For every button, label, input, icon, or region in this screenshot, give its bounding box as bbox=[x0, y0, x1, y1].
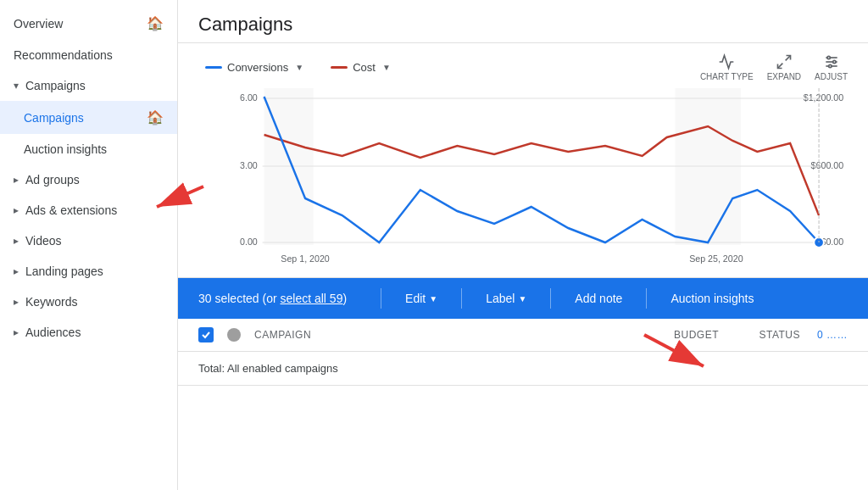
page-title: Campaigns bbox=[198, 14, 848, 36]
action-divider-1 bbox=[381, 288, 381, 309]
cost-label: Cost bbox=[353, 61, 376, 74]
chart-controls-row: Conversions ▼ Cost ▼ CHART TYPE bbox=[198, 53, 848, 81]
campaigns-expand-icon: ▾ bbox=[14, 80, 19, 92]
ad-groups-expand-icon: ▸ bbox=[14, 174, 19, 186]
svg-text:$600.00: $600.00 bbox=[811, 160, 844, 170]
edit-label: Edit bbox=[405, 292, 426, 305]
svg-line-1 bbox=[777, 64, 782, 69]
expand-label: EXPAND bbox=[767, 72, 801, 81]
extra-col-label: 0 bbox=[817, 329, 823, 341]
adjust-button[interactable]: ADJUST bbox=[815, 53, 848, 81]
main-content: Campaigns Conversions ▼ Cost ▼ bbox=[178, 0, 868, 490]
add-note-label: Add note bbox=[575, 292, 622, 305]
landing-pages-expand-icon: ▸ bbox=[14, 265, 19, 277]
chart-area: Conversions ▼ Cost ▼ CHART TYPE bbox=[178, 43, 868, 278]
selected-text: 30 selected (or bbox=[198, 292, 281, 305]
svg-text:$1,200.00: $1,200.00 bbox=[804, 92, 843, 103]
edit-button[interactable]: Edit ▼ bbox=[395, 285, 448, 312]
svg-point-6 bbox=[832, 60, 835, 63]
keywords-expand-icon: ▸ bbox=[14, 296, 19, 308]
sidebar-item-campaigns[interactable]: Campaigns 🏠 bbox=[0, 101, 177, 134]
campaigns-home-icon: 🏠 bbox=[147, 109, 164, 125]
campaign-column-header[interactable]: Campaign bbox=[254, 329, 620, 341]
checkbox-check-icon bbox=[201, 330, 211, 340]
selected-suffix: ) bbox=[342, 292, 347, 305]
ads-extensions-label: Ads & extensions bbox=[25, 203, 117, 217]
keywords-label: Keywords bbox=[25, 295, 77, 309]
landing-pages-label: Landing pages bbox=[25, 264, 103, 278]
chart-type-label: CHART TYPE bbox=[700, 72, 754, 81]
status-column-header[interactable]: Status bbox=[732, 329, 800, 341]
cost-line-icon bbox=[331, 66, 348, 69]
videos-expand-icon: ▸ bbox=[14, 235, 19, 247]
action-divider-4 bbox=[646, 288, 647, 309]
conversions-dropdown-icon[interactable]: ▼ bbox=[295, 63, 303, 72]
chart-type-button[interactable]: CHART TYPE bbox=[700, 53, 754, 81]
action-divider-3 bbox=[550, 288, 551, 309]
home-icon: 🏠 bbox=[147, 15, 164, 31]
status-indicator-header bbox=[227, 328, 241, 342]
extra-col-more[interactable]: …… bbox=[826, 329, 848, 341]
select-all-checkbox[interactable] bbox=[198, 327, 214, 342]
total-row: Total: All enabled campaigns bbox=[178, 352, 868, 386]
label-label: Label bbox=[486, 292, 515, 305]
sidebar-item-ads-extensions[interactable]: ▸ Ads & extensions bbox=[0, 195, 177, 226]
expand-button[interactable]: EXPAND bbox=[767, 53, 801, 81]
campaigns-header-label: Campaigns bbox=[25, 79, 86, 92]
selected-count-text: 30 selected (or select all 59) bbox=[198, 292, 347, 305]
chart-svg: 6.00 3.00 0.00 $1,200.00 $600.00 $0.00 S… bbox=[198, 88, 848, 275]
svg-line-0 bbox=[786, 56, 791, 61]
svg-text:6.00: 6.00 bbox=[240, 92, 258, 103]
sidebar-item-ad-groups[interactable]: ▸ Ad groups bbox=[0, 164, 177, 195]
auction-insights-label: Auction insights bbox=[24, 142, 107, 156]
budget-column-header[interactable]: Budget bbox=[634, 329, 719, 341]
svg-point-7 bbox=[828, 64, 831, 67]
sidebar-item-recommendations[interactable]: Recommendations bbox=[0, 40, 177, 70]
table-header: Campaign Budget Status 0 …… bbox=[178, 319, 868, 352]
sidebar-item-overview[interactable]: Overview 🏠 bbox=[0, 7, 177, 40]
sidebar-item-keywords[interactable]: ▸ Keywords bbox=[0, 287, 177, 317]
overview-label: Overview bbox=[14, 17, 63, 31]
budget-col-label: Budget bbox=[674, 329, 719, 341]
conversions-line-icon bbox=[205, 66, 222, 69]
adjust-label: ADJUST bbox=[815, 72, 848, 81]
chart-svg-container: 6.00 3.00 0.00 $1,200.00 $600.00 $0.00 S… bbox=[198, 88, 848, 277]
select-all-link[interactable]: select all 59 bbox=[281, 292, 343, 305]
total-row-text: Total: All enabled campaigns bbox=[198, 362, 338, 375]
action-divider-2 bbox=[461, 288, 462, 309]
svg-text:Sep 25, 2020: Sep 25, 2020 bbox=[689, 253, 743, 264]
sidebar: Overview 🏠 Recommendations ▾ Campaigns C… bbox=[0, 0, 178, 490]
recommendations-label: Recommendations bbox=[14, 48, 113, 62]
campaign-col-label: Campaign bbox=[254, 329, 311, 341]
sidebar-item-auction-insights[interactable]: Auction insights bbox=[0, 134, 177, 164]
audiences-label: Audiences bbox=[25, 326, 81, 339]
videos-label: Videos bbox=[25, 234, 62, 248]
label-button[interactable]: Label ▼ bbox=[476, 285, 537, 312]
sidebar-item-audiences[interactable]: ▸ Audiences bbox=[0, 317, 177, 348]
ads-expand-icon: ▸ bbox=[14, 204, 19, 216]
page-header: Campaigns bbox=[178, 0, 868, 43]
sidebar-campaigns-header[interactable]: ▾ Campaigns bbox=[0, 70, 177, 101]
cost-dropdown-icon[interactable]: ▼ bbox=[382, 63, 391, 72]
extra-column-header[interactable]: 0 …… bbox=[814, 329, 848, 341]
chart-right-controls: CHART TYPE EXPAND bbox=[700, 53, 848, 81]
campaigns-label: Campaigns bbox=[24, 111, 84, 125]
auction-insights-action-label: Auction insights bbox=[670, 292, 754, 305]
svg-text:Sep 1, 2020: Sep 1, 2020 bbox=[281, 253, 329, 264]
add-note-button[interactable]: Add note bbox=[565, 285, 632, 312]
conversions-label: Conversions bbox=[227, 61, 288, 74]
svg-text:0.00: 0.00 bbox=[240, 237, 258, 247]
legend-cost[interactable]: Cost ▼ bbox=[324, 58, 398, 77]
edit-dropdown-icon: ▼ bbox=[429, 294, 437, 303]
svg-text:3.00: 3.00 bbox=[240, 160, 258, 170]
sidebar-item-videos[interactable]: ▸ Videos bbox=[0, 226, 177, 256]
svg-point-5 bbox=[827, 56, 830, 58]
action-bar: 30 selected (or select all 59) Edit ▼ La… bbox=[178, 278, 868, 319]
ad-groups-label: Ad groups bbox=[25, 173, 80, 187]
sidebar-item-landing-pages[interactable]: ▸ Landing pages bbox=[0, 256, 177, 287]
audiences-expand-icon: ▸ bbox=[14, 326, 19, 338]
legend-conversions[interactable]: Conversions ▼ bbox=[198, 58, 310, 77]
auction-insights-button[interactable]: Auction insights bbox=[660, 285, 764, 312]
label-dropdown-icon: ▼ bbox=[518, 294, 526, 303]
status-col-label: Status bbox=[759, 329, 800, 341]
